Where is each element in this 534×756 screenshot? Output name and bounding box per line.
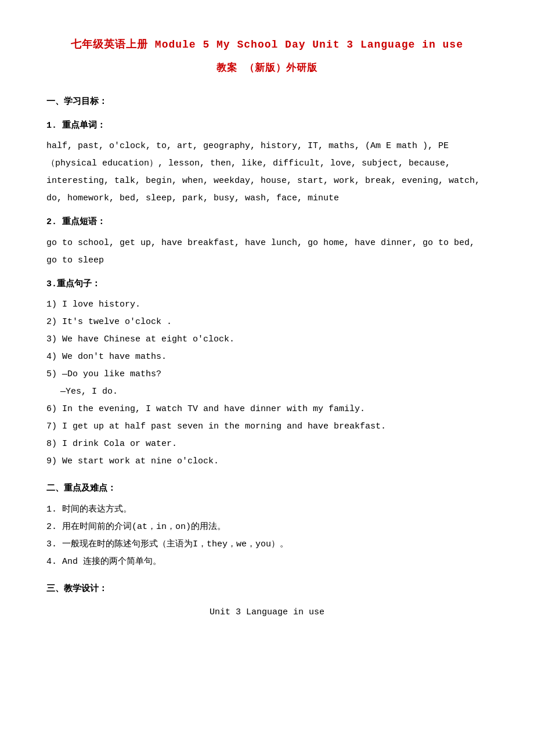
difficulties-list: 1. 时间的表达方式。 2. 用在时间前的介词(at，in，on)的用法。 3.… bbox=[46, 501, 488, 571]
section2-heading: 二、重点及难点： bbox=[46, 481, 488, 498]
difficulty-1: 1. 时间的表达方式。 bbox=[46, 501, 488, 519]
sentence-2: 2) It's twelve o'clock . bbox=[46, 314, 488, 331]
sub2-content: go to school, get up, have breakfast, ha… bbox=[46, 235, 488, 269]
sub2-heading: 2. 重点短语： bbox=[46, 214, 488, 231]
page-title-line1: 七年级英语上册 Module 5 My School Day Unit 3 La… bbox=[46, 35, 488, 55]
sentence-9: 9) We start work at nine o'clock. bbox=[46, 453, 488, 470]
difficulty-3: 3. 一般现在时的陈述句形式（主语为I，they，we，you）。 bbox=[46, 536, 488, 553]
sentence-5: 5) —Do you like maths? bbox=[46, 366, 488, 383]
sentence-5b: —Yes, I do. bbox=[60, 383, 488, 401]
sentence-1: 1) I love history. bbox=[46, 296, 488, 314]
sentence-3: 3) We have Chinese at eight o'clock. bbox=[46, 331, 488, 348]
difficulty-4: 4. And 连接的两个简单句。 bbox=[46, 553, 488, 571]
sub1-content: half, past, o'clock, to, art, geography,… bbox=[46, 138, 488, 207]
sentence-list: 1) I love history. 2) It's twelve o'cloc… bbox=[46, 296, 488, 470]
sentence-4: 4) We don't have maths. bbox=[46, 348, 488, 366]
sub3-heading: 3.重点句子： bbox=[46, 276, 488, 293]
difficulty-2: 2. 用在时间前的介词(at，in，on)的用法。 bbox=[46, 519, 488, 536]
sentence-7: 7) I get up at half past seven in the mo… bbox=[46, 418, 488, 435]
section3-heading: 三、教学设计： bbox=[46, 581, 488, 598]
sub1-heading: 1. 重点单词： bbox=[46, 118, 488, 135]
page-title-line2: 教案 （新版）外研版 bbox=[46, 59, 488, 78]
section1-heading: 一、学习目标： bbox=[46, 94, 488, 111]
sentence-8: 8) I drink Cola or water. bbox=[46, 435, 488, 453]
sentence-6: 6) In the evening, I watch TV and have d… bbox=[46, 401, 488, 418]
teaching-center: Unit 3 Language in use bbox=[46, 604, 488, 621]
